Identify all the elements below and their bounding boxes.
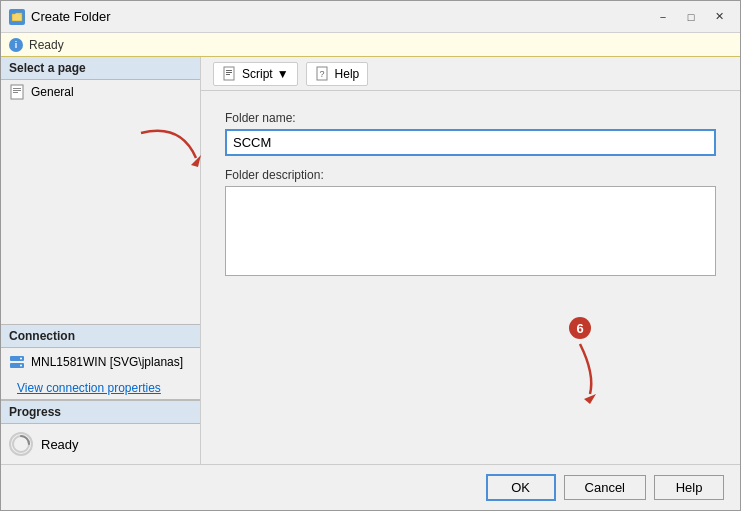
connection-item: MNL1581WIN [SVG\jplanas] bbox=[1, 348, 200, 376]
minimize-button[interactable]: − bbox=[650, 7, 676, 27]
script-icon bbox=[222, 66, 238, 82]
title-bar-left: Create Folder bbox=[9, 9, 110, 25]
progress-item: Ready bbox=[1, 424, 200, 464]
svg-point-7 bbox=[20, 358, 22, 360]
footer: OK Cancel Help bbox=[1, 464, 740, 510]
svg-rect-4 bbox=[13, 92, 18, 93]
svg-point-8 bbox=[20, 365, 22, 367]
create-folder-window: Create Folder − □ ✕ i Ready Select a pag… bbox=[0, 0, 741, 511]
svg-rect-2 bbox=[13, 88, 21, 89]
folder-name-label: Folder name: bbox=[225, 111, 716, 125]
maximize-button[interactable]: □ bbox=[678, 7, 704, 27]
connection-server: MNL1581WIN [SVG\jplanas] bbox=[31, 355, 183, 369]
svg-rect-11 bbox=[226, 70, 232, 71]
help-button[interactable]: ? Help bbox=[306, 62, 369, 86]
connection-header: Connection bbox=[1, 324, 200, 348]
window-icon bbox=[9, 9, 25, 25]
progress-status: Ready bbox=[41, 437, 79, 452]
script-label: Script bbox=[242, 67, 273, 81]
view-connection-properties-link[interactable]: View connection properties bbox=[9, 377, 169, 399]
title-bar-controls: − □ ✕ bbox=[650, 7, 732, 27]
spacer bbox=[1, 104, 200, 324]
page-item-general[interactable]: General bbox=[1, 80, 200, 104]
progress-header: Progress bbox=[1, 400, 200, 424]
connection-section: Connection MNL1581WIN [SVG\jplanas] View… bbox=[1, 324, 200, 399]
folder-description-label: Folder description: bbox=[225, 168, 716, 182]
general-page-icon bbox=[9, 84, 25, 100]
right-panel-wrapper: Script ▼ ? Help bbox=[201, 57, 740, 464]
help-toolbar-label: Help bbox=[335, 67, 360, 81]
left-panel: Select a page General Connection bbox=[1, 57, 201, 464]
step-badge-6: 6 bbox=[569, 317, 591, 339]
title-bar: Create Folder − □ ✕ bbox=[1, 1, 740, 33]
progress-spinner-icon bbox=[9, 432, 33, 456]
status-bar: i Ready bbox=[1, 33, 740, 57]
form-area: Folder name: Folder description: 6 bbox=[201, 91, 740, 464]
status-text: Ready bbox=[29, 38, 64, 52]
svg-marker-17 bbox=[584, 394, 596, 404]
help-footer-button[interactable]: Help bbox=[654, 475, 724, 500]
right-toolbar: Script ▼ ? Help bbox=[201, 57, 740, 91]
general-page-label: General bbox=[31, 85, 74, 99]
status-info-icon: i bbox=[9, 38, 23, 52]
content-area: Select a page General Connection bbox=[1, 57, 740, 464]
svg-rect-13 bbox=[226, 74, 230, 75]
svg-rect-10 bbox=[224, 67, 234, 80]
svg-rect-3 bbox=[13, 90, 21, 91]
script-button[interactable]: Script ▼ bbox=[213, 62, 298, 86]
folder-description-input[interactable] bbox=[225, 186, 716, 276]
svg-text:?: ? bbox=[319, 69, 324, 79]
server-icon bbox=[9, 354, 25, 370]
arrow-annotation-2: 6 bbox=[540, 317, 620, 404]
script-dropdown-arrow: ▼ bbox=[277, 67, 289, 81]
folder-name-input[interactable] bbox=[225, 129, 716, 156]
svg-rect-12 bbox=[226, 72, 232, 73]
help-icon: ? bbox=[315, 66, 331, 82]
window-title: Create Folder bbox=[31, 9, 110, 24]
progress-section: Progress Ready bbox=[1, 399, 200, 464]
close-button[interactable]: ✕ bbox=[706, 7, 732, 27]
ok-button[interactable]: OK bbox=[486, 474, 556, 501]
cancel-button[interactable]: Cancel bbox=[564, 475, 646, 500]
select-page-header: Select a page bbox=[1, 57, 200, 80]
